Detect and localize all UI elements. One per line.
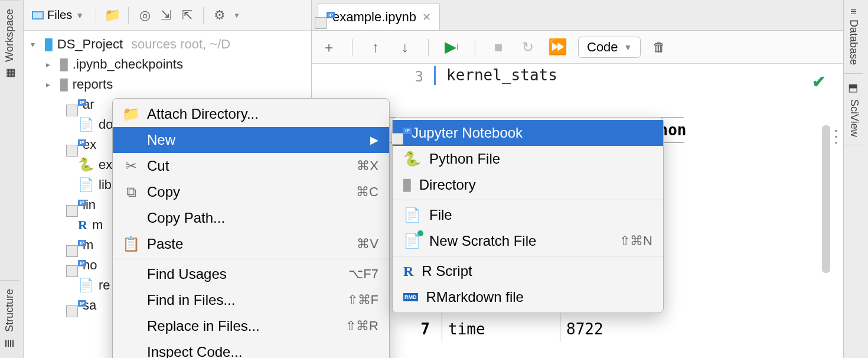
menu-item[interactable]: IPJupyter Notebook [393,120,663,146]
line-number: 3 [415,69,423,85]
more-options-icon[interactable]: ⋮ [828,126,844,146]
structure-tab[interactable]: ≣ Structure [0,280,19,358]
chevron-down-icon: ▼ [624,43,632,52]
new-submenu[interactable]: IPJupyter Notebook 🐍Python File █Directo… [392,117,664,313]
project-toolbar: Files ▼ 📁 ◎ ⇲ ⇱ ⚙ ▼ [24,0,311,31]
menu-item[interactable]: ✂Cut ⌘X [113,153,389,179]
menu-item[interactable]: RR Script [393,258,663,284]
sciview-label: SciView [848,99,860,137]
tree-item[interactable]: ▸ █ reports [26,74,309,95]
code-cell[interactable]: 3 kernel_stats [312,64,843,85]
tree-item-label: ex [99,157,112,173]
menu-item[interactable]: Copy Path... [113,205,389,231]
menu-item[interactable]: 📄New Scratch File ⇧⌘N [393,228,663,254]
stop-icon[interactable]: ■ [490,38,507,56]
move-up-icon[interactable]: ↑ [367,38,384,56]
menu-item[interactable]: █Directory [393,172,663,198]
shortcut: ⌘X [357,158,378,174]
menu-item-label: Replace in Files... [147,318,260,334]
move-down-icon[interactable]: ↓ [396,38,414,56]
code-text[interactable]: kernel_stats [436,66,557,85]
chevron-right-icon[interactable]: ▸ [46,80,56,89]
menu-separator [393,256,663,256]
folder-icon: █ [403,179,411,191]
copy-icon: ⧉ [123,184,139,200]
text-file-icon: 📄 [78,177,94,193]
menu-item[interactable]: RMDRMarkdown file [393,284,663,310]
editor-tab[interactable]: IP example.ipynb ✕ [318,3,440,30]
delete-cell-icon[interactable]: 🗑 [652,40,665,55]
run-cell-icon[interactable]: ▶I [443,38,461,56]
menu-item-label: Copy Path... [147,210,225,226]
python-file-icon: 🐍 [78,157,94,173]
workspace-tab[interactable]: ▦ Workspace [0,0,19,88]
menu-item[interactable]: Find in Files... ⇧⌘F [113,287,389,313]
context-menu[interactable]: 📁Attach Directory... New ▶ ✂Cut ⌘X ⧉Copy… [112,98,390,358]
chevron-right-icon[interactable]: ▸ [46,60,56,69]
cut-icon: ✂ [123,158,139,174]
root-hint: sources root, ~/D [131,37,230,52]
add-folder-icon[interactable]: 📁 [105,8,120,23]
add-cell-icon[interactable]: ＋ [320,38,338,56]
scrollbar-thumb[interactable] [822,125,830,273]
chevron-right-icon: ▶ [370,134,378,147]
tree-item-label: do [99,117,113,132]
chevron-down-icon: ▼ [76,11,84,20]
separator [428,39,429,56]
menu-item[interactable]: Inspect Code... [113,339,389,358]
scratch-file-icon: 📄 [403,233,421,249]
menu-item[interactable]: 🐍Python File [393,146,663,172]
shortcut: ⇧⌘F [347,292,378,308]
database-tab[interactable]: ≡ Database [844,0,863,74]
folder-icon: █ [60,58,68,71]
r-file-icon: R [403,263,413,279]
folder-icon: █ [60,79,68,91]
menu-item-label: Cut [147,158,169,174]
tree-item[interactable]: ▸ █ .ipynb_checkpoints [26,54,309,74]
separator [96,7,96,24]
tree-item-label: m [92,217,103,233]
menu-item[interactable]: 📋Paste ⌘V [113,231,389,257]
sciview-icon: ◧ [848,82,860,95]
shortcut: ⇧⌘R [345,318,378,334]
settings-icon[interactable]: ⚙ [212,8,227,23]
menu-item[interactable]: ⧉Copy ⌘C [113,179,389,205]
separator [203,7,204,24]
structure-icon: ≣ [4,339,17,348]
folder-icon: █ [45,38,53,51]
root-name: DS_Project [57,37,123,52]
database-icon: ≡ [850,5,857,18]
menu-item[interactable]: 📁Attach Directory... [113,101,389,127]
menu-item-label: R Script [422,263,472,279]
td-col2: 8722 [560,317,684,341]
tree-root[interactable]: ▾ █ DS_Project sources root, ~/D [26,34,309,54]
menu-item[interactable]: Find Usages ⌥F7 [113,261,389,287]
menu-item-label: Directory [419,177,476,193]
menu-item[interactable]: Replace in Files... ⇧⌘R [113,313,389,339]
restart-icon[interactable]: ↻ [519,38,537,56]
paste-icon: 📋 [123,236,139,252]
expand-all-icon[interactable]: ⇲ [158,8,174,23]
collapse-all-icon[interactable]: ⇱ [180,8,195,23]
menu-item-label: Python File [429,151,500,167]
notebook-toolbar: ＋ ↑ ↓ ▶I ■ ↻ ⏩ Code ▼ 🗑 [312,31,843,64]
menu-item-label: Copy [147,184,180,200]
python-file-icon: 🐍 [403,151,421,167]
text-file-icon: 📄 [78,117,94,132]
run-all-icon[interactable]: ⏩ [549,38,566,56]
sciview-tab[interactable]: ◧ SciView [844,74,864,146]
attach-icon: 📁 [123,106,139,122]
separator [128,7,129,24]
menu-item[interactable]: 📄File [393,202,663,228]
menu-item-label: Attach Directory... [147,106,259,122]
close-icon[interactable]: ✕ [422,11,431,24]
files-selector[interactable]: Files ▼ [28,6,87,24]
shortcut: ⌘C [356,184,378,200]
cell-type-dropdown[interactable]: Code ▼ [578,37,641,58]
target-icon[interactable]: ◎ [137,8,152,23]
menu-item-label: Inspect Code... [147,344,242,358]
chevron-down-icon: ▼ [233,11,240,19]
chevron-down-icon[interactable]: ▾ [31,40,40,49]
menu-item[interactable]: New ▶ [113,127,389,153]
menu-item-label: Find in Files... [147,292,235,308]
